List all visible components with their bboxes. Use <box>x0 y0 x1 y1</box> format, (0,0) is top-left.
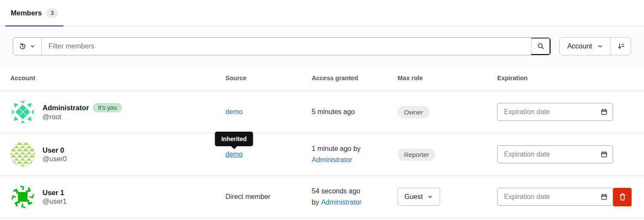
avatar[interactable] <box>10 99 35 124</box>
member-identity: Administrator It's you @root <box>43 103 122 121</box>
header-source: Source <box>225 75 312 81</box>
access-granted-by-prefix: by <box>312 197 319 208</box>
trash-icon <box>618 193 627 201</box>
header-max-role: Max role <box>398 75 497 81</box>
tabs-bar: Members 3 <box>0 0 644 27</box>
calendar-icon[interactable] <box>600 193 608 201</box>
access-granted-cell: 54 seconds ago by Administrator <box>312 186 398 208</box>
source-link[interactable]: demo <box>225 108 243 115</box>
its-you-badge: It's you <box>93 103 122 112</box>
expiration-date-input[interactable] <box>497 145 613 163</box>
header-expiration: Expiration <box>497 75 613 81</box>
actions-cell <box>613 188 634 206</box>
member-username: @user0 <box>43 155 67 163</box>
member-username: @user1 <box>43 198 67 205</box>
filter-search-group <box>13 37 551 55</box>
chevron-down-icon <box>427 194 433 200</box>
max-role-cell: Owner <box>398 106 497 118</box>
tab-members[interactable]: Members 3 <box>5 0 64 26</box>
account-cell: User 1 @user1 <box>10 184 225 209</box>
header-access-granted: Access granted <box>312 75 398 81</box>
source-link[interactable]: demo <box>225 151 243 158</box>
access-granted-text: 54 seconds ago <box>312 186 398 197</box>
sort-control-group: Account <box>559 37 631 55</box>
member-identity: User 0 @user0 <box>43 146 67 163</box>
member-identity: User 1 @user1 <box>43 189 67 205</box>
avatar[interactable] <box>10 184 35 209</box>
expiration-cell <box>497 103 613 121</box>
table-row: Administrator It's you @root demo 5 minu… <box>0 91 644 133</box>
source-text: Direct member <box>225 193 270 200</box>
access-granted-by-link[interactable]: Administrator <box>321 197 361 208</box>
max-role-cell: Guest <box>398 188 497 206</box>
chevron-down-icon <box>30 43 36 49</box>
table-header-row: Account Source Access granted Max role E… <box>0 66 644 91</box>
calendar-icon[interactable] <box>600 108 608 116</box>
history-icon <box>19 42 26 50</box>
tab-members-label: Members <box>11 9 42 17</box>
remove-member-button[interactable] <box>613 188 632 206</box>
max-role-cell: Reporter <box>398 148 497 161</box>
account-cell: Administrator It's you @root <box>10 99 225 124</box>
access-granted-cell: 5 minutes ago <box>312 106 398 118</box>
members-page: Members 3 <box>0 0 644 220</box>
member-username: @root <box>43 113 122 121</box>
access-granted-text: 1 minute ago by <box>312 143 398 154</box>
expiration-cell <box>497 145 613 163</box>
sort-lowest-icon <box>617 42 625 50</box>
access-granted-cell: 1 minute ago by Administrator <box>312 143 398 166</box>
max-role-selected-label: Guest <box>404 193 423 201</box>
table-row: User 0 @user0 Inherited demo 1 minute ag… <box>0 133 644 176</box>
avatar[interactable] <box>10 142 35 167</box>
sort-by-dropdown[interactable]: Account <box>560 38 611 55</box>
header-account: Account <box>10 75 225 81</box>
filter-history-dropdown[interactable] <box>13 38 42 55</box>
member-name: Administrator <box>43 104 89 112</box>
expiration-date-input[interactable] <box>497 188 613 206</box>
table-row: User 1 @user1 Direct member 54 seconds a… <box>0 176 644 218</box>
members-count-badge: 3 <box>46 8 58 18</box>
member-name: User 1 <box>43 189 64 197</box>
max-role-dropdown[interactable]: Guest <box>398 188 440 206</box>
inherited-tooltip: Inherited <box>215 132 253 146</box>
access-granted-by-link[interactable]: Administrator <box>312 154 398 166</box>
sort-direction-button[interactable] <box>611 38 631 55</box>
search-button[interactable] <box>531 38 550 55</box>
source-cell: Direct member <box>225 193 312 201</box>
filter-bar: Account <box>0 27 644 66</box>
chevron-down-icon <box>597 43 603 49</box>
calendar-icon[interactable] <box>600 151 608 158</box>
member-name: User 0 <box>43 146 64 154</box>
role-badge: Owner <box>398 106 429 118</box>
role-badge: Reporter <box>398 148 435 161</box>
access-granted-text: 5 minutes ago <box>312 106 398 118</box>
source-cell: Inherited demo <box>225 151 312 158</box>
expiration-date-input[interactable] <box>497 103 613 121</box>
filter-members-input[interactable] <box>42 38 531 55</box>
sort-by-label: Account <box>567 42 592 50</box>
search-icon <box>537 42 544 50</box>
expiration-cell <box>497 188 613 206</box>
account-cell: User 0 @user0 <box>10 142 225 167</box>
source-cell: demo <box>225 108 312 116</box>
